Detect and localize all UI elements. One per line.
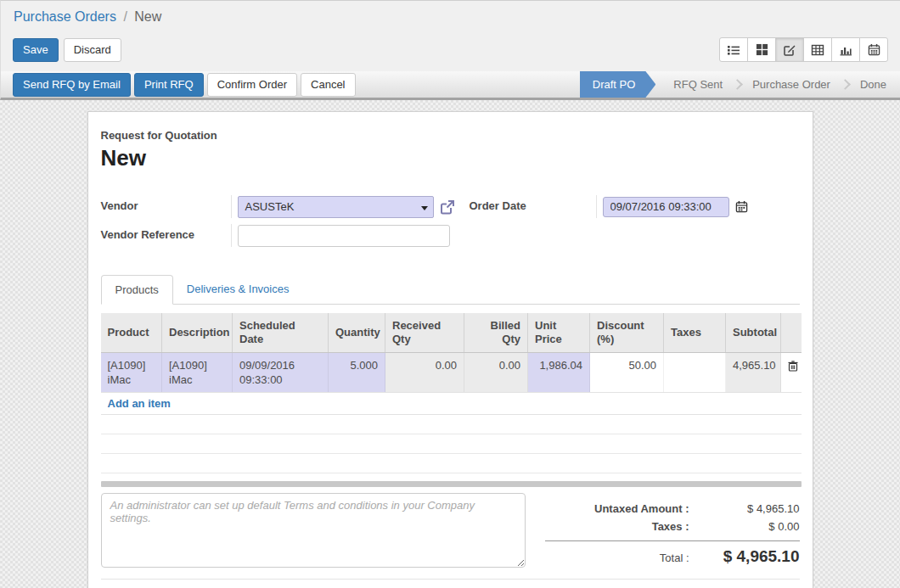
vendor-field-row: Vendor ASUSTeK	[101, 195, 470, 218]
caret-down-icon	[421, 206, 428, 210]
vendor-reference-input[interactable]	[238, 225, 450, 247]
trash-icon	[788, 361, 798, 372]
open-record-icon[interactable]	[439, 199, 456, 216]
breadcrumb-purchase-orders[interactable]: Purchase Orders	[14, 9, 116, 24]
total-value: $ 4,965.10	[706, 547, 800, 566]
order-lines-table: Product Description Scheduled Date Quant…	[101, 313, 802, 393]
sheet-bottom-divider	[101, 579, 800, 580]
top-bar: Purchase Orders / New Save Discard	[0, 0, 900, 71]
add-item-row: Add an item	[101, 393, 802, 415]
order-date-field-row: Order Date	[470, 195, 800, 218]
cell-description[interactable]: [A1090] iMac	[162, 353, 233, 393]
col-billed-qty[interactable]: Billed Qty	[464, 313, 528, 353]
empty-line	[101, 415, 802, 434]
order-date-label: Order Date	[470, 195, 596, 218]
kanban-icon	[756, 43, 768, 56]
toolbar: Save Discard	[1, 37, 900, 62]
totals-separator	[545, 540, 800, 541]
confirm-order-button[interactable]: Confirm Order	[207, 73, 297, 97]
print-rfq-button[interactable]: Print RFQ	[134, 73, 204, 97]
field-group-left: Vendor ASUSTeK	[101, 195, 470, 253]
bottom-section: Untaxed Amount : $ 4,965.10 Taxes : $ 0.…	[101, 493, 800, 568]
cell-product[interactable]: [A1090] iMac	[101, 353, 162, 393]
add-an-item-link[interactable]: Add an item	[108, 397, 171, 410]
breadcrumb-separator: /	[120, 9, 130, 24]
tab-deliveries-invoices[interactable]: Deliveries & Invoices	[173, 275, 303, 304]
field-group-right: Order Date	[470, 195, 800, 253]
field-groups: Vendor ASUSTeK	[101, 195, 800, 253]
horizontal-scrollbar[interactable]	[101, 481, 802, 487]
form-subtitle: Request for Quotation	[101, 129, 800, 142]
discard-button[interactable]: Discard	[64, 38, 121, 62]
breadcrumb-current: New	[134, 9, 161, 24]
breadcrumb: Purchase Orders / New	[1, 1, 900, 25]
cell-billed-qty: 0.00	[464, 353, 528, 393]
vendor-select[interactable]: ASUSTeK	[238, 196, 434, 218]
state-rfq-sent[interactable]: RFQ Sent	[662, 78, 734, 91]
col-unit-price[interactable]: Unit Price	[528, 313, 590, 353]
vendor-value: ASUSTeK	[245, 200, 295, 213]
col-taxes[interactable]: Taxes	[664, 313, 726, 353]
col-actions	[781, 313, 802, 353]
send-rfq-by-email-button[interactable]: Send RFQ by Email	[13, 73, 131, 97]
tab-products[interactable]: Products	[101, 275, 173, 305]
form-sheet: Request for Quotation New Vendor ASUSTeK	[87, 111, 813, 588]
col-received-qty[interactable]: Received Qty	[385, 313, 464, 353]
col-description[interactable]: Description	[162, 313, 233, 353]
datepicker-calendar-icon[interactable]	[735, 200, 748, 213]
cell-received-qty: 0.00	[385, 353, 464, 393]
table-header-row: Product Description Scheduled Date Quant…	[101, 313, 802, 353]
bar-chart-icon	[839, 43, 852, 57]
state-draft-po[interactable]: Draft PO	[580, 71, 656, 98]
cell-discount[interactable]: 50.00	[590, 353, 664, 393]
graph-view-button[interactable]	[831, 37, 860, 62]
cell-quantity[interactable]: 5.000	[329, 353, 385, 393]
calendar-view-button[interactable]	[859, 37, 888, 62]
form-view-button[interactable]	[775, 37, 804, 62]
col-subtotal[interactable]: Subtotal	[726, 313, 781, 353]
untaxed-amount-label: Untaxed Amount :	[545, 502, 706, 515]
cell-scheduled-date[interactable]: 09/09/2016 09:33:00	[233, 353, 329, 393]
taxes-label: Taxes :	[545, 520, 706, 533]
form-background: Request for Quotation New Vendor ASUSTeK	[0, 100, 900, 588]
totals-block: Untaxed Amount : $ 4,965.10 Taxes : $ 0.…	[545, 493, 800, 568]
table-row[interactable]: [A1090] iMac [A1090] iMac 09/09/2016 09:…	[101, 353, 802, 393]
pivot-view-button[interactable]	[803, 37, 832, 62]
status-bar: Send RFQ by Email Print RFQ Confirm Orde…	[0, 71, 900, 100]
cell-unit-price[interactable]: 1,986.04	[528, 353, 590, 393]
edit-icon	[783, 43, 796, 57]
untaxed-amount-value: $ 4,965.10	[706, 502, 800, 515]
terms-conditions-textarea[interactable]	[101, 493, 526, 568]
pivot-icon	[811, 43, 824, 57]
col-discount[interactable]: Discount (%)	[590, 313, 664, 353]
cancel-button[interactable]: Cancel	[301, 73, 355, 97]
vendor-reference-field-row: Vendor Reference	[101, 224, 470, 247]
save-button[interactable]: Save	[13, 38, 59, 62]
vendor-reference-label: Vendor Reference	[101, 224, 231, 247]
vendor-label: Vendor	[101, 195, 231, 218]
list-icon	[727, 43, 740, 57]
taxes-value: $ 0.00	[706, 520, 800, 533]
col-scheduled-date[interactable]: Scheduled Date	[233, 313, 329, 353]
empty-line	[101, 434, 802, 454]
status-pipeline: Draft PO RFQ Sent Purchase Order Done	[580, 71, 900, 98]
notebook-tabs: Products Deliveries & Invoices	[101, 275, 800, 305]
delete-line-button[interactable]	[781, 353, 802, 393]
page-title: New	[101, 145, 800, 171]
total-label: Total :	[545, 552, 706, 564]
cell-taxes[interactable]	[664, 353, 726, 393]
state-done[interactable]: Done	[849, 78, 900, 91]
cell-subtotal: 4,965.10	[726, 353, 781, 393]
kanban-view-button[interactable]	[747, 37, 776, 62]
list-view-button[interactable]	[719, 37, 748, 62]
col-quantity[interactable]: Quantity	[329, 313, 385, 353]
col-product[interactable]: Product	[101, 313, 162, 353]
view-switcher	[719, 37, 888, 62]
order-date-input[interactable]	[603, 197, 729, 217]
empty-line	[101, 454, 802, 473]
calendar-icon	[868, 43, 880, 56]
state-purchase-order[interactable]: Purchase Order	[741, 78, 841, 91]
